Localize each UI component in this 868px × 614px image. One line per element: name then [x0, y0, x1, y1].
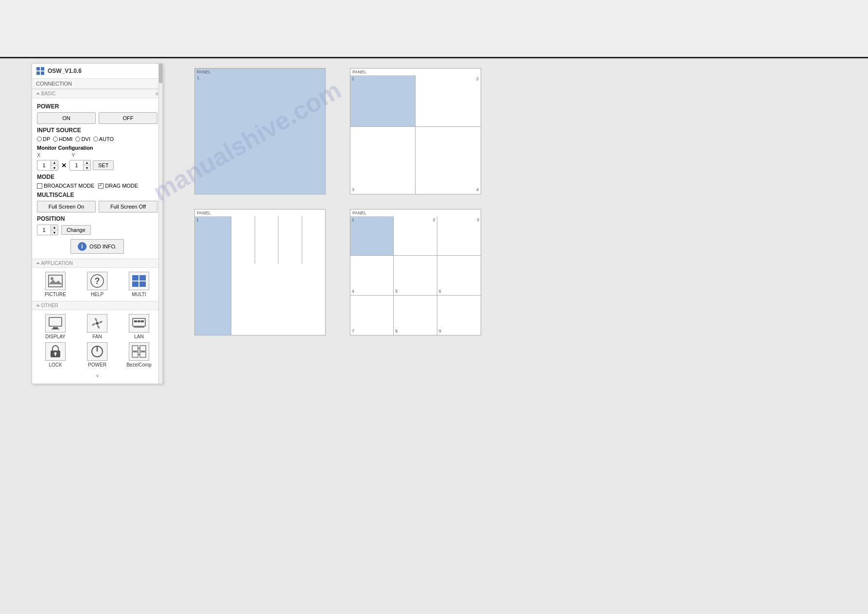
full-screen-on-button[interactable]: Full Screen On	[37, 201, 96, 212]
drag-mode-item[interactable]: DRAG MODE	[98, 183, 138, 189]
mode-label: MODE	[37, 174, 157, 180]
scrollbar-thumb[interactable]	[159, 64, 162, 83]
radio-auto-circle	[93, 137, 98, 141]
osd-info-button[interactable]: i OSD INFO.	[70, 239, 124, 254]
top-bar	[0, 0, 868, 58]
osd-info-label: OSD INFO.	[89, 244, 117, 249]
svg-rect-15	[52, 329, 59, 330]
power-icon-item[interactable]: POWER	[78, 342, 117, 368]
lock-icon-box	[45, 342, 66, 361]
panel-4-cell-3: 3	[437, 216, 481, 256]
sidebar-title: OSW_V1.0.6	[48, 68, 82, 74]
position-spinner[interactable]: ▲ ▼	[37, 225, 58, 235]
svg-text:?: ?	[95, 276, 100, 286]
panel-3-cell-1: 1	[195, 216, 231, 335]
broadcast-checkbox[interactable]	[37, 183, 42, 189]
radio-dvi[interactable]: DVI	[75, 136, 90, 142]
panel-4-cell-6: 6	[437, 256, 481, 295]
svg-rect-30	[132, 352, 138, 357]
panel-4-num-6: 6	[439, 289, 441, 294]
drag-checkbox[interactable]	[98, 183, 104, 189]
panel-1-blue-block	[195, 69, 325, 194]
y-value-input[interactable]	[70, 161, 84, 170]
panel-4-num-1: 1	[352, 217, 354, 222]
radio-auto[interactable]: AUTO	[93, 136, 114, 142]
panel-1-num: 1.	[197, 75, 201, 80]
x-decrement-btn[interactable]: ▼	[51, 165, 58, 170]
svg-rect-13	[49, 317, 62, 326]
panels-container: PANEL 1. PANEL 1 2 3 4 PANEL 1	[194, 68, 481, 335]
power-btn-row: ON OFF	[37, 112, 157, 124]
panel-3-num-1: 1	[196, 217, 199, 222]
y-decrement-btn[interactable]: ▼	[84, 165, 90, 170]
panel-4-num-8: 8	[395, 329, 398, 333]
fan-icon-item[interactable]: FAN	[78, 314, 117, 339]
multi-icon-label: MULTI	[132, 292, 146, 297]
panel-4-cell-9: 9	[437, 296, 481, 335]
radio-hdmi[interactable]: HDMI	[53, 136, 72, 142]
power-off-button[interactable]: OFF	[99, 112, 157, 124]
radio-hdmi-circle	[53, 137, 58, 141]
svg-rect-9	[132, 275, 139, 281]
display-icon-item[interactable]: DISPLAY	[36, 314, 75, 339]
panel-4-cell-8: 8	[394, 296, 437, 335]
info-icon: i	[78, 242, 87, 251]
change-button[interactable]: Change	[61, 225, 91, 235]
bezelcomp-icon-box	[129, 342, 149, 361]
sidebar-scrollbar[interactable]	[158, 64, 162, 384]
panel-4-cell-2: 2	[394, 216, 437, 256]
panel-4-grid: 1 2 3 4 5 6 7 8 9	[350, 216, 481, 335]
radio-dp[interactable]: DP	[37, 136, 50, 142]
fan-icon-label: FAN	[92, 334, 102, 339]
input-source-label: INPUT SOURCE	[37, 127, 157, 134]
panel-3-cell-2: 2	[231, 216, 255, 270]
panel-2-num-2: 2	[476, 76, 479, 81]
x-value-input[interactable]	[37, 161, 51, 170]
power-icon-label: POWER	[88, 362, 106, 368]
broadcast-mode-item[interactable]: BROADCAST MODE	[37, 183, 94, 189]
help-icon-item[interactable]: ? HELP	[78, 272, 117, 297]
position-decrement-btn[interactable]: ▼	[51, 230, 58, 235]
svg-rect-18	[134, 320, 137, 322]
bezelcomp-icon-item[interactable]: BezelComp	[120, 342, 158, 368]
x-spinner[interactable]: ▲ ▼	[37, 160, 58, 171]
panel-3-cell-top-row: 2 3 4 5	[231, 216, 325, 270]
y-increment-btn[interactable]: ▲	[84, 160, 90, 165]
position-increment-btn[interactable]: ▲	[51, 225, 58, 230]
svg-rect-0	[36, 67, 40, 70]
lan-icon-item[interactable]: LAN	[120, 314, 158, 339]
other-section-header[interactable]: ❧ OTHER	[32, 301, 162, 310]
panel-3-cell-4: 4	[278, 216, 302, 270]
position-value-input[interactable]	[37, 226, 51, 234]
power-on-button[interactable]: ON	[37, 112, 96, 124]
set-button[interactable]: SET	[93, 160, 114, 170]
panel-2-label: PANEL	[352, 70, 366, 74]
input-source-radio-row: DP HDMI DVI AUTO	[37, 136, 157, 142]
panel-3-label: PANEL	[197, 211, 211, 215]
y-axis-label: Y	[71, 152, 75, 158]
y-spinner-btns: ▲ ▼	[84, 160, 90, 170]
help-icon-label: HELP	[91, 292, 104, 297]
y-spinner[interactable]: ▲ ▼	[69, 160, 91, 171]
radio-hdmi-label: HDMI	[59, 136, 72, 142]
xy-inputs: ▲ ▼ ✕ ▲ ▼ SET	[37, 160, 157, 171]
basic-section-header[interactable]: ❧ BASIC ∧	[32, 89, 162, 98]
lock-icon-item[interactable]: LOCK	[36, 342, 75, 368]
x-axis-label: X	[37, 152, 40, 158]
x-spinner-btns: ▲ ▼	[51, 160, 58, 170]
svg-rect-29	[140, 346, 146, 351]
panel-3-cell-5: 5	[302, 216, 326, 270]
picture-icon-item[interactable]: PICTURE	[36, 272, 75, 297]
mode-checkbox-row: BROADCAST MODE DRAG MODE	[37, 183, 157, 189]
x-increment-btn[interactable]: ▲	[51, 160, 58, 165]
other-icons-grid: DISPLAY FAN	[32, 310, 162, 371]
lan-icon-box	[129, 314, 149, 333]
picture-icon-box	[45, 272, 66, 290]
full-screen-off-button[interactable]: Full Screen Off	[99, 201, 157, 212]
application-section-header[interactable]: ❧ APPLICATION	[32, 259, 162, 268]
bezelcomp-icon-label: BezelComp	[126, 362, 152, 368]
multi-icon-box	[129, 272, 149, 290]
svg-rect-11	[132, 281, 139, 287]
other-section-label: ❧ OTHER	[36, 303, 58, 308]
multi-icon-item[interactable]: MULTI	[120, 272, 158, 297]
